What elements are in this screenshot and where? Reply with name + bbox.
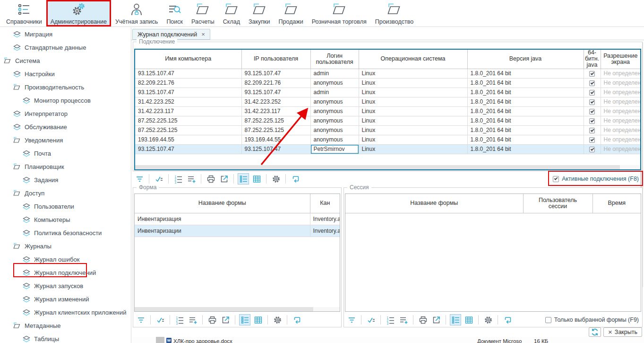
numbered-list-icon[interactable]: 123: [385, 314, 396, 325]
column-header[interactable]: Время: [592, 194, 641, 213]
connection-row[interactable]: 82.209.221.7682.209.221.76anonymousLinux…: [135, 78, 640, 88]
forms-table[interactable]: Название формыКан ИнвентаризацияInventor…: [134, 193, 340, 312]
sidebar-item-tables[interactable]: Таблицы: [0, 332, 131, 343]
user-ip-cell[interactable]: 93.125.107.47: [241, 69, 310, 78]
os-cell[interactable]: Linux: [359, 97, 467, 106]
checklist-icon[interactable]: [153, 173, 164, 185]
topbar-button-production[interactable]: Производство: [371, 0, 418, 26]
sidebar-item-error-journal[interactable]: Журнал ошибок: [0, 253, 131, 266]
export-icon[interactable]: [218, 173, 230, 185]
add-list-icon[interactable]: [187, 314, 198, 325]
connection-row[interactable]: 93.125.107.4793.125.107.47adminLinux1.8.…: [135, 69, 640, 78]
sidebar-item-process-monitor[interactable]: Монитор процессов: [0, 94, 131, 107]
user-login-cell[interactable]: admin: [310, 88, 359, 97]
user-login-cell[interactable]: admin: [310, 69, 359, 78]
user-ip-cell[interactable]: 93.125.107.47: [241, 144, 310, 154]
column-header[interactable]: IP пользователя: [241, 50, 310, 69]
computer-name-cell[interactable]: 93.125.107.47: [135, 144, 241, 154]
printer-icon[interactable]: [206, 314, 218, 325]
user-ip-cell[interactable]: 193.169.44.55: [241, 135, 310, 144]
connections-table[interactable]: Имя компьютераIP пользователяЛогин польз…: [134, 49, 641, 170]
topbar-button-retail[interactable]: Розничная торговля: [308, 0, 371, 26]
refresh-button[interactable]: [589, 327, 601, 337]
sidebar-item-performance[interactable]: Производительность: [0, 80, 131, 94]
sidebar-item-mail[interactable]: Почта: [0, 147, 131, 160]
sidebar-item-change-journal[interactable]: Журнал изменений: [0, 292, 131, 306]
os-cell[interactable]: Linux: [359, 78, 467, 88]
java-64bit-checkbox[interactable]: [584, 88, 601, 97]
os-cell[interactable]: Linux: [359, 116, 467, 125]
close-button[interactable]: × Закрыть: [603, 327, 642, 337]
grid-icon[interactable]: [252, 314, 264, 325]
sessions-table[interactable]: Название формыПользователь сессииВремя: [345, 193, 641, 312]
list-view-icon[interactable]: [238, 173, 249, 185]
java-64bit-checkbox[interactable]: [584, 97, 601, 106]
computer-name-cell[interactable]: 31.42.223.117: [135, 106, 241, 116]
printer-icon[interactable]: [417, 314, 429, 325]
only-selected-form-checkbox[interactable]: Только выбранной формы (F9): [545, 317, 639, 323]
column-header[interactable]: Версия java: [467, 50, 584, 69]
java-64bit-checkbox[interactable]: [584, 116, 601, 125]
table-cell[interactable]: Inventory.ac: [310, 213, 340, 225]
os-cell[interactable]: Linux: [359, 69, 467, 78]
java-version-cell[interactable]: 1.8.0_201 64 bit: [467, 88, 584, 97]
java-version-cell[interactable]: 1.8.0_201 64 bit: [467, 144, 584, 154]
horizontal-scrollbar[interactable]: [135, 307, 340, 311]
active-connections-checkbox[interactable]: Активные подключения (F8): [553, 176, 639, 182]
user-ip-cell[interactable]: 31.42.223.252: [241, 97, 310, 106]
user-ip-cell[interactable]: 93.125.107.47: [241, 88, 310, 97]
user-login-cell[interactable]: anonymous: [310, 125, 359, 135]
topbar-button-purchases[interactable]: Закупки: [244, 0, 275, 26]
java-version-cell[interactable]: 1.8.0_201 64 bit: [467, 97, 584, 106]
user-login-cell[interactable]: anonymous: [310, 78, 359, 88]
numbered-list-icon[interactable]: 123: [174, 314, 185, 325]
sidebar-item-notifications[interactable]: Уведомления: [0, 133, 131, 147]
java-64bit-checkbox[interactable]: [584, 69, 601, 78]
sidebar-item-settings[interactable]: Настройки: [0, 67, 131, 80]
topbar-button-catalogs[interactable]: Справочники: [2, 0, 46, 26]
sidebar-item-connection-journal[interactable]: Журнал подключений: [0, 266, 131, 279]
java-version-cell[interactable]: 1.8.0_201 64 bit: [467, 69, 584, 78]
sidebar-item-interpreter[interactable]: Интерпретатор: [0, 107, 131, 120]
grid-icon[interactable]: [251, 173, 262, 185]
checklist-icon[interactable]: [365, 314, 377, 325]
user-ip-cell[interactable]: 87.252.225.125: [241, 125, 310, 135]
computer-name-cell[interactable]: 87.252.225.125: [135, 116, 241, 125]
add-list-icon[interactable]: [398, 314, 409, 325]
java-64bit-checkbox[interactable]: [584, 125, 601, 135]
connection-row[interactable]: 93.125.107.4793.125.107.47PetrSmirnovLin…: [135, 144, 640, 154]
sidebar-item-metadata[interactable]: Метаданные: [0, 319, 131, 332]
topbar-button-administration[interactable]: Администрирование: [46, 0, 111, 26]
grid-icon[interactable]: [463, 314, 474, 325]
table-row[interactable]: ИнвентаризацииInventory.ac: [135, 225, 340, 237]
numbered-list-icon[interactable]: 123: [172, 173, 184, 185]
user-ip-cell[interactable]: 82.209.221.76: [241, 78, 310, 88]
topbar-button-sales[interactable]: Продажи: [275, 0, 308, 26]
connection-row[interactable]: 31.42.223.11731.42.223.117anonymousLinux…: [135, 106, 640, 116]
connection-row[interactable]: 31.42.223.25231.42.223.252anonymousLinux…: [135, 97, 640, 106]
sidebar-item-tasks[interactable]: Задания: [0, 173, 131, 186]
connection-row[interactable]: 93.125.107.4793.125.107.47adminLinux1.8.…: [135, 88, 640, 97]
topbar-button-warehouse[interactable]: Склад: [219, 0, 244, 26]
sidebar-item-maintenance[interactable]: Обслуживание: [0, 120, 131, 133]
os-cell[interactable]: Linux: [359, 135, 467, 144]
computer-name-cell[interactable]: 93.125.107.47: [135, 69, 241, 78]
list-view-icon[interactable]: [239, 314, 250, 325]
tab-close-icon[interactable]: ×: [201, 32, 205, 37]
sync-icon[interactable]: [502, 314, 513, 325]
connection-row[interactable]: 87.252.225.12587.252.225.125anonymousLin…: [135, 125, 640, 135]
sidebar-item-migration[interactable]: Миграция: [0, 27, 131, 41]
java-version-cell[interactable]: 1.8.0_201 64 bit: [467, 135, 584, 144]
user-login-cell[interactable]: anonymous: [310, 135, 359, 144]
column-header[interactable]: Кан: [310, 194, 340, 213]
java-version-cell[interactable]: 1.8.0_201 64 bit: [467, 125, 584, 135]
column-header[interactable]: Пользователь сессии: [523, 194, 592, 213]
topbar-button-calculations[interactable]: Расчеты: [187, 0, 219, 26]
column-header[interactable]: Логин пользователя: [310, 50, 359, 69]
user-ip-cell[interactable]: 31.42.223.117: [241, 106, 310, 116]
sidebar-item-access[interactable]: Доступ: [0, 186, 131, 200]
column-header[interactable]: Название формы: [345, 194, 523, 213]
user-login-cell[interactable]: anonymous: [310, 97, 359, 106]
column-header[interactable]: 64-битн. java: [584, 50, 601, 69]
column-header[interactable]: Операционная система: [359, 50, 467, 69]
